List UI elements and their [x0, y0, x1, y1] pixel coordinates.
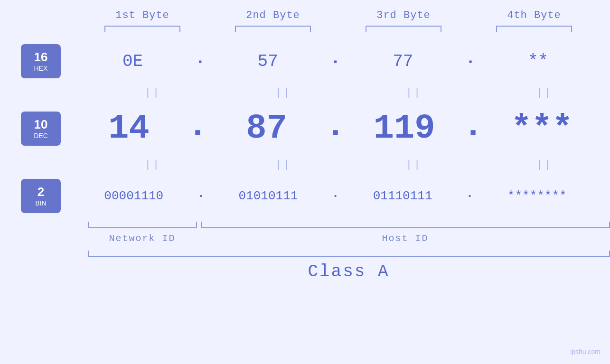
bin-bytes-area: 00001110 . 01010111 . 01110111 . *******… [61, 187, 610, 205]
dec-base-name: DEC [34, 132, 48, 140]
dec-base-number: 10 [34, 118, 48, 131]
double-bar-hex-dec: || || || || [88, 85, 610, 100]
dec-byte1: 14 [70, 109, 188, 148]
byte2-header: 2nd Byte [208, 9, 338, 21]
hex-dot1: . [195, 50, 206, 72]
top-bracket-3 [366, 26, 441, 32]
class-label: Class A [88, 262, 610, 281]
dec-label-box: 10 DEC [21, 112, 61, 146]
hex-row: 16 HEX 0E . 57 . 77 . ** [0, 37, 610, 85]
db1: || [88, 87, 218, 99]
db8: || [479, 159, 610, 171]
network-id-label: Network ID [88, 233, 197, 244]
db5: || [88, 159, 218, 171]
dec-byte3: 119 [346, 109, 463, 148]
hex-byte4: ** [476, 52, 601, 71]
bin-base-number: 2 [38, 186, 44, 198]
bin-dot3: . [466, 187, 474, 205]
dec-dot1: . [188, 109, 208, 148]
db7: || [349, 159, 479, 171]
bracket-box-3 [338, 25, 469, 33]
top-bracket-2 [235, 26, 311, 32]
dec-bytes-area: 14 . 87 . 119 . *** [61, 109, 610, 148]
hex-bytes-area: 0E . 57 . 77 . ** [61, 50, 610, 72]
double-bar-dec-bin: || || || || [88, 157, 610, 172]
hex-dot2: . [330, 50, 341, 72]
watermark: ipshu.com [570, 348, 601, 355]
top-brackets-row [77, 25, 600, 33]
hex-base-name: HEX [34, 65, 48, 72]
hex-dot3: . [465, 50, 476, 72]
main-container: 1st Byte 2nd Byte 3rd Byte 4th Byte 16 H… [0, 0, 610, 364]
top-bracket-1 [104, 26, 180, 32]
dec-dot3: . [463, 109, 483, 148]
network-bracket [88, 222, 197, 228]
byte-headers: 1st Byte 2nd Byte 3rd Byte 4th Byte [77, 9, 600, 21]
db2: || [218, 87, 349, 99]
db3: || [349, 87, 479, 99]
bottom-bracket-container [88, 222, 610, 230]
hex-byte2: 57 [206, 52, 330, 71]
hex-byte3: 77 [340, 52, 465, 71]
dec-byte4: *** [483, 109, 601, 148]
dec-byte2: 87 [208, 109, 325, 148]
bin-byte2: 01010111 [205, 189, 332, 203]
bin-dot1: . [197, 187, 205, 205]
dec-row: 10 DEC 14 . 87 . 119 . *** [0, 100, 610, 157]
hex-base-number: 16 [34, 51, 48, 63]
hex-label-box: 16 HEX [21, 44, 61, 78]
bracket-box-4 [469, 25, 600, 33]
dec-dot2: . [325, 109, 346, 148]
host-id-label: Host ID [201, 233, 610, 244]
bin-row: 2 BIN 00001110 . 01010111 . 01110111 . *… [0, 172, 610, 220]
top-bracket-4 [496, 26, 572, 32]
bin-byte3: 01110111 [339, 189, 466, 203]
bracket-box-1 [77, 25, 208, 33]
byte1-header: 1st Byte [77, 9, 208, 21]
id-labels-row: Network ID Host ID [88, 233, 610, 244]
bin-base-name: BIN [35, 199, 46, 207]
class-bracket [88, 251, 610, 257]
bin-byte1: 00001110 [70, 189, 197, 203]
byte4-header: 4th Byte [469, 9, 600, 21]
host-bracket [201, 222, 610, 228]
byte3-header: 3rd Byte [338, 9, 469, 21]
bin-byte4: ******** [473, 189, 601, 203]
db6: || [218, 159, 349, 171]
bin-dot2: . [332, 187, 339, 205]
hex-byte1: 0E [70, 52, 195, 71]
bin-label-box: 2 BIN [21, 179, 61, 213]
db4: || [479, 87, 610, 99]
bracket-box-2 [208, 25, 338, 33]
